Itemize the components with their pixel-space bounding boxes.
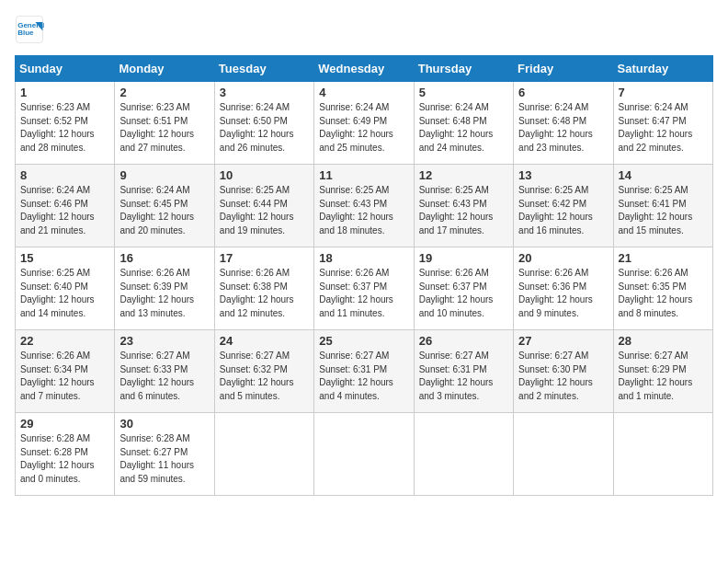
day-info: Sunrise: 6:27 AMSunset: 6:31 PMDaylight:… <box>319 350 408 403</box>
day-info: Sunrise: 6:24 AMSunset: 6:45 PMDaylight:… <box>119 184 209 237</box>
day-info: Sunrise: 6:27 AMSunset: 6:33 PMDaylight:… <box>119 350 209 403</box>
calendar-cell: 28Sunrise: 6:27 AMSunset: 6:29 PMDayligh… <box>613 330 712 413</box>
day-info: Sunrise: 6:27 AMSunset: 6:30 PMDaylight:… <box>518 350 608 403</box>
day-info: Sunrise: 6:24 AMSunset: 6:48 PMDaylight:… <box>419 101 508 155</box>
day-number: 8 <box>20 168 109 182</box>
week-row-5: 29Sunrise: 6:28 AMSunset: 6:28 PMDayligh… <box>16 413 713 496</box>
calendar-cell: 6Sunrise: 6:24 AMSunset: 6:48 PMDaylight… <box>514 82 613 165</box>
day-info: Sunrise: 6:26 AMSunset: 6:38 PMDaylight:… <box>220 267 309 320</box>
col-header-wednesday: Wednesday <box>314 56 414 82</box>
calendar-cell: 14Sunrise: 6:25 AMSunset: 6:41 PMDayligh… <box>613 165 712 247</box>
calendar-cell: 12Sunrise: 6:25 AMSunset: 6:43 PMDayligh… <box>414 165 513 247</box>
calendar-cell: 13Sunrise: 6:25 AMSunset: 6:42 PMDayligh… <box>514 165 613 247</box>
calendar-cell <box>414 413 513 496</box>
day-info: Sunrise: 6:23 AMSunset: 6:51 PMDaylight:… <box>119 101 209 155</box>
day-info: Sunrise: 6:25 AMSunset: 6:44 PMDaylight:… <box>220 184 309 237</box>
day-info: Sunrise: 6:27 AMSunset: 6:31 PMDaylight:… <box>419 350 508 403</box>
day-number: 11 <box>319 168 408 182</box>
logo: General Blue <box>15 15 48 44</box>
calendar-cell: 3Sunrise: 6:24 AMSunset: 6:50 PMDaylight… <box>214 82 313 165</box>
day-info: Sunrise: 6:24 AMSunset: 6:49 PMDaylight:… <box>319 101 408 155</box>
day-info: Sunrise: 6:24 AMSunset: 6:50 PMDaylight:… <box>220 101 309 155</box>
day-number: 2 <box>119 86 209 99</box>
day-info: Sunrise: 6:26 AMSunset: 6:36 PMDaylight:… <box>518 267 608 320</box>
week-row-4: 22Sunrise: 6:26 AMSunset: 6:34 PMDayligh… <box>16 330 713 413</box>
calendar-cell: 25Sunrise: 6:27 AMSunset: 6:31 PMDayligh… <box>314 330 414 413</box>
calendar-cell: 11Sunrise: 6:25 AMSunset: 6:43 PMDayligh… <box>314 165 414 247</box>
day-number: 10 <box>220 168 309 182</box>
calendar-cell: 7Sunrise: 6:24 AMSunset: 6:47 PMDaylight… <box>613 82 712 165</box>
calendar-cell: 29Sunrise: 6:28 AMSunset: 6:28 PMDayligh… <box>16 413 115 496</box>
calendar-cell <box>613 413 712 496</box>
day-number: 7 <box>619 86 708 99</box>
calendar-cell <box>514 413 613 496</box>
calendar-table: SundayMondayTuesdayWednesdayThursdayFrid… <box>15 55 713 496</box>
calendar-cell: 17Sunrise: 6:26 AMSunset: 6:38 PMDayligh… <box>214 247 313 330</box>
calendar-cell: 15Sunrise: 6:25 AMSunset: 6:40 PMDayligh… <box>16 247 115 330</box>
day-number: 3 <box>220 86 309 99</box>
day-number: 21 <box>619 251 708 265</box>
day-number: 29 <box>20 417 109 431</box>
col-header-tuesday: Tuesday <box>214 56 313 82</box>
day-info: Sunrise: 6:24 AMSunset: 6:47 PMDaylight:… <box>619 101 708 155</box>
week-row-1: 1Sunrise: 6:23 AMSunset: 6:52 PMDaylight… <box>16 82 713 165</box>
day-number: 30 <box>119 417 209 431</box>
svg-text:Blue: Blue <box>17 29 34 37</box>
week-row-2: 8Sunrise: 6:24 AMSunset: 6:46 PMDaylight… <box>16 165 713 247</box>
day-number: 18 <box>319 251 408 265</box>
calendar-cell: 26Sunrise: 6:27 AMSunset: 6:31 PMDayligh… <box>414 330 513 413</box>
day-info: Sunrise: 6:26 AMSunset: 6:34 PMDaylight:… <box>20 350 109 403</box>
calendar-cell <box>214 413 313 496</box>
calendar-cell: 21Sunrise: 6:26 AMSunset: 6:35 PMDayligh… <box>613 247 712 330</box>
calendar-cell: 24Sunrise: 6:27 AMSunset: 6:32 PMDayligh… <box>214 330 313 413</box>
day-info: Sunrise: 6:26 AMSunset: 6:35 PMDaylight:… <box>619 267 708 320</box>
day-number: 5 <box>419 86 508 99</box>
day-number: 12 <box>419 168 508 182</box>
calendar-cell: 27Sunrise: 6:27 AMSunset: 6:30 PMDayligh… <box>514 330 613 413</box>
day-number: 14 <box>619 168 708 182</box>
calendar-cell: 2Sunrise: 6:23 AMSunset: 6:51 PMDaylight… <box>115 82 214 165</box>
calendar-cell: 18Sunrise: 6:26 AMSunset: 6:37 PMDayligh… <box>314 247 414 330</box>
day-info: Sunrise: 6:28 AMSunset: 6:27 PMDaylight:… <box>119 432 209 486</box>
week-row-3: 15Sunrise: 6:25 AMSunset: 6:40 PMDayligh… <box>16 247 713 330</box>
day-number: 22 <box>20 334 109 348</box>
day-number: 26 <box>419 334 508 348</box>
day-number: 25 <box>319 334 408 348</box>
calendar-cell: 8Sunrise: 6:24 AMSunset: 6:46 PMDaylight… <box>16 165 115 247</box>
day-info: Sunrise: 6:24 AMSunset: 6:48 PMDaylight:… <box>518 101 608 155</box>
col-header-sunday: Sunday <box>16 56 115 82</box>
logo-icon: General Blue <box>15 15 44 44</box>
day-info: Sunrise: 6:25 AMSunset: 6:43 PMDaylight:… <box>319 184 408 237</box>
day-number: 13 <box>518 168 608 182</box>
day-number: 24 <box>220 334 309 348</box>
day-info: Sunrise: 6:23 AMSunset: 6:52 PMDaylight:… <box>20 101 109 155</box>
col-header-saturday: Saturday <box>613 56 712 82</box>
day-info: Sunrise: 6:25 AMSunset: 6:42 PMDaylight:… <box>518 184 608 237</box>
day-number: 1 <box>20 86 109 99</box>
day-info: Sunrise: 6:26 AMSunset: 6:37 PMDaylight:… <box>319 267 408 320</box>
day-number: 23 <box>119 334 209 348</box>
day-info: Sunrise: 6:27 AMSunset: 6:29 PMDaylight:… <box>619 350 708 403</box>
calendar-cell: 1Sunrise: 6:23 AMSunset: 6:52 PMDaylight… <box>16 82 115 165</box>
day-number: 15 <box>20 251 109 265</box>
calendar-cell: 22Sunrise: 6:26 AMSunset: 6:34 PMDayligh… <box>16 330 115 413</box>
day-number: 16 <box>119 251 209 265</box>
day-info: Sunrise: 6:26 AMSunset: 6:39 PMDaylight:… <box>119 267 209 320</box>
day-info: Sunrise: 6:25 AMSunset: 6:43 PMDaylight:… <box>419 184 508 237</box>
day-info: Sunrise: 6:24 AMSunset: 6:46 PMDaylight:… <box>20 184 109 237</box>
day-info: Sunrise: 6:26 AMSunset: 6:37 PMDaylight:… <box>419 267 508 320</box>
calendar-cell <box>314 413 414 496</box>
day-number: 20 <box>518 251 608 265</box>
calendar-cell: 4Sunrise: 6:24 AMSunset: 6:49 PMDaylight… <box>314 82 414 165</box>
day-number: 4 <box>319 86 408 99</box>
calendar-cell: 9Sunrise: 6:24 AMSunset: 6:45 PMDaylight… <box>115 165 214 247</box>
day-number: 17 <box>220 251 309 265</box>
calendar-cell: 19Sunrise: 6:26 AMSunset: 6:37 PMDayligh… <box>414 247 513 330</box>
day-info: Sunrise: 6:25 AMSunset: 6:41 PMDaylight:… <box>619 184 708 237</box>
day-info: Sunrise: 6:27 AMSunset: 6:32 PMDaylight:… <box>220 350 309 403</box>
calendar-cell: 5Sunrise: 6:24 AMSunset: 6:48 PMDaylight… <box>414 82 513 165</box>
calendar-cell: 23Sunrise: 6:27 AMSunset: 6:33 PMDayligh… <box>115 330 214 413</box>
calendar-cell: 10Sunrise: 6:25 AMSunset: 6:44 PMDayligh… <box>214 165 313 247</box>
header-row: SundayMondayTuesdayWednesdayThursdayFrid… <box>16 56 713 82</box>
day-info: Sunrise: 6:28 AMSunset: 6:28 PMDaylight:… <box>20 432 109 486</box>
